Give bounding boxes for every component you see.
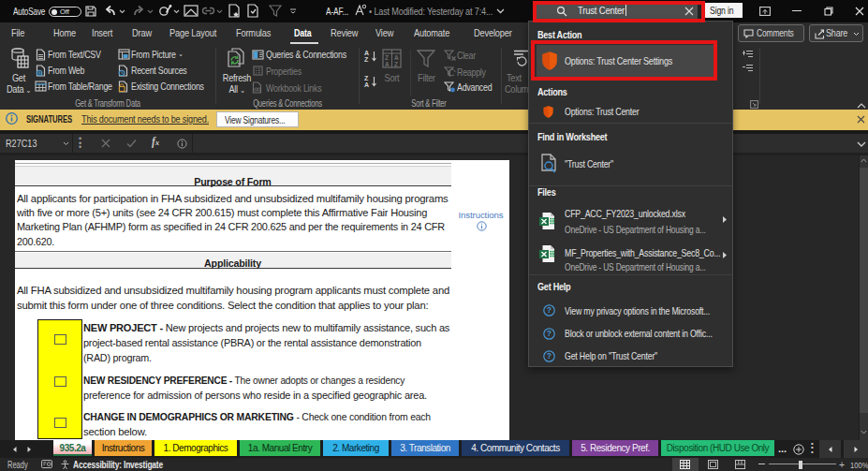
svg-text:Z: Z [394,61,398,67]
svg-text:?: ? [547,329,552,338]
svg-text:?: ? [547,305,552,315]
svg-text:?: ? [547,351,552,361]
svg-text:A: A [385,61,390,67]
